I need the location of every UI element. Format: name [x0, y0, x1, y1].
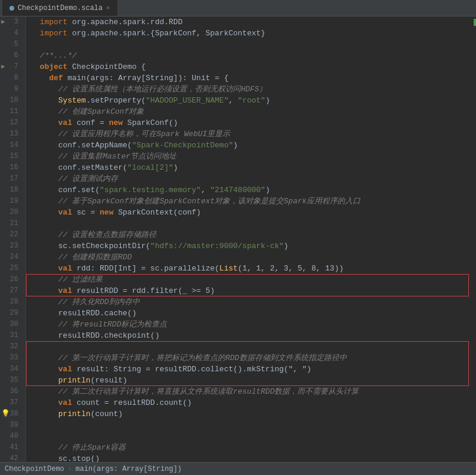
line-number: 42 — [10, 453, 18, 464]
gutter-line: ▶7 — [0, 61, 22, 72]
line-number: 19 — [10, 196, 18, 207]
token — [31, 319, 58, 330]
code-line: resultRDD.cache() — [31, 308, 474, 319]
token: , — [201, 184, 211, 196]
token: "hdfs://master:9000/spark-ck" — [150, 240, 284, 252]
line-number: 37 — [10, 397, 18, 408]
token: "spark.testing.memory" — [100, 184, 201, 196]
token — [31, 397, 58, 408]
line-number: 31 — [10, 330, 18, 341]
line-number: 20 — [10, 207, 18, 218]
code-line: // 设置检查点数据存储路径 — [31, 229, 474, 240]
token: "root" — [238, 95, 265, 106]
code-line — [31, 218, 474, 229]
token — [31, 95, 58, 106]
code-line: val resultRDD = rdd.filter(_ >= 5) — [31, 285, 474, 296]
gutter-line: 29 — [0, 308, 22, 319]
gutter-line: 22 — [0, 229, 22, 240]
gutter-line: 21 — [0, 218, 22, 229]
gutter-line: 6 — [0, 50, 22, 61]
gutter-line: 26 — [0, 274, 22, 285]
line-number: 4 — [14, 28, 18, 39]
token: // 将resultRDD标记为检查点 — [58, 319, 168, 330]
token: // 第一次行动算子计算时，将把标记为检查点的RDD数据存储到文件系统指定路径中 — [58, 352, 347, 364]
token: // 创建SparkConf对象 — [58, 106, 145, 117]
token: // 设置集群Master节点访问地址 — [58, 151, 176, 162]
token — [31, 296, 58, 308]
token — [31, 207, 58, 218]
gutter-line: 35 — [0, 375, 22, 386]
token: , — [228, 95, 238, 106]
warning-icon: 💡 — [1, 408, 10, 420]
token — [31, 285, 58, 296]
line-number: 5 — [14, 39, 18, 50]
code-line: // 停止Spark容器 — [31, 442, 474, 453]
code-line — [31, 420, 474, 431]
code-line: /**...*/ — [31, 50, 474, 61]
token: // 设置检查点数据存储路径 — [58, 229, 156, 240]
code-line: println(count) — [31, 408, 474, 420]
active-tab[interactable]: CheckpointDemo.scala × — [2, 0, 118, 16]
line-number: 16 — [10, 162, 18, 173]
gutter-line: ▶3 — [0, 17, 22, 28]
code-line: import org.apache.spark.rdd.RDD — [31, 17, 474, 28]
token: // 过滤结果 — [58, 274, 103, 285]
gutter-line: 42 — [0, 453, 22, 464]
token: result: String = resultRDD.collect().mkS… — [72, 364, 311, 375]
run-arrow-icon: ▶ — [1, 17, 5, 28]
code-line: conf.setMaster("local[2]") — [31, 162, 474, 173]
gutter-line: 14 — [0, 140, 22, 151]
token — [31, 308, 58, 319]
run-arrow-icon: ▶ — [1, 61, 5, 72]
token: ) — [233, 140, 238, 151]
token: // 设置测试内存 — [58, 173, 118, 184]
token — [31, 72, 49, 84]
gutter-line: 9 — [0, 84, 22, 95]
green-status-indicator — [474, 19, 476, 26]
line-number: 28 — [10, 296, 18, 308]
token: sc.setCheckpointDir( — [58, 240, 150, 252]
token: sc = — [72, 207, 100, 218]
gutter-line: 15 — [0, 151, 22, 162]
token: new — [100, 207, 113, 218]
code-line: import org.apache.spark.{SparkConf, Spar… — [31, 28, 474, 39]
token: // 停止Spark容器 — [58, 442, 126, 453]
token — [31, 28, 40, 39]
code-line — [31, 341, 474, 352]
token: count = resultRDD.count() — [72, 397, 192, 408]
token — [31, 442, 58, 453]
token: /**...*/ — [40, 50, 77, 61]
token: // 持久化RDD到内存中 — [58, 296, 140, 308]
token: conf.set( — [58, 184, 100, 196]
gutter-line: 36 — [0, 386, 22, 397]
token: val — [58, 364, 72, 375]
token — [31, 274, 58, 285]
code-line: // 设置应用程序名称，可在Spark WebUI里显示 — [31, 128, 474, 140]
token — [31, 196, 58, 207]
code-line: val count = resultRDD.count() — [31, 397, 474, 408]
gutter-line: 40 — [0, 431, 22, 442]
line-number: 6 — [14, 50, 18, 61]
gutter-line: 43 — [0, 464, 22, 475]
line-number: 18 — [10, 184, 18, 196]
gutter-line: 24 — [0, 252, 22, 263]
token: ) — [265, 184, 270, 196]
token — [31, 386, 58, 397]
token: conf.setAppName( — [58, 140, 132, 151]
code-line: // 设置测试内存 — [31, 173, 474, 184]
tab-close-button[interactable]: × — [106, 5, 110, 12]
token — [31, 128, 58, 140]
token — [31, 184, 58, 196]
line-number: 35 — [10, 375, 18, 386]
line-number: 38 — [10, 408, 18, 420]
line-number: 22 — [10, 229, 18, 240]
code-line: conf.set("spark.testing.memory", "214748… — [31, 184, 474, 196]
code-line: val conf = new SparkConf() — [31, 117, 474, 128]
code-line: // 创建SparkConf对象 — [31, 106, 474, 117]
code-area[interactable]: import org.apache.spark.rdd.RDD import o… — [26, 17, 476, 462]
gutter-line: 8 — [0, 72, 22, 84]
token — [31, 364, 58, 375]
token: object — [40, 61, 68, 72]
token — [31, 453, 58, 462]
code-line: val sc = new SparkContext(conf) — [31, 207, 474, 218]
